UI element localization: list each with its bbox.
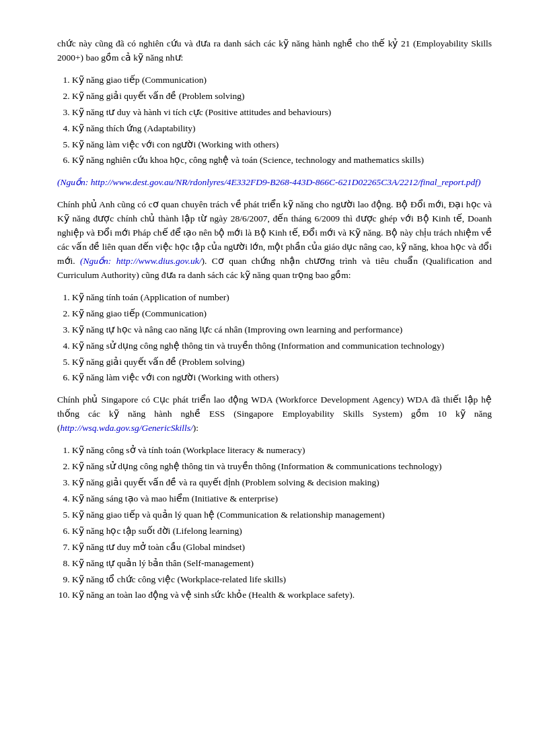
list-item: Kỹ năng an toàn lao động và vệ sinh sức … [72,588,492,603]
list-item: Kỹ năng giải quyết vấn đề và ra quyết đị… [72,476,492,490]
list-item: Kỹ năng sử dụng công nghệ thông tin và t… [72,460,492,474]
list-item: Kỹ năng công sở và tính toán (Workplace … [72,444,492,458]
intro-paragraph: chức này cũng đã có nghiên cứu và đưa ra… [57,37,492,65]
list-item: Kỹ năng học tập suốt đời (Lifelong learn… [72,524,492,539]
para-3: Chính phủ Singapore có Cục phát triển la… [57,393,492,436]
intro-text: chức này cũng đã có nghiên cứu và đưa ra… [57,38,492,63]
list-1: Kỹ năng giao tiếp (Communication) Kỹ năn… [72,73,492,168]
list-item: Kỹ năng tự quản lý bản thân (Self-manage… [72,557,492,571]
list-item: Kỹ năng sáng tạo và mao hiểm (Initiative… [72,492,492,506]
page-content: chức này cũng đã có nghiên cứu và đưa ra… [0,0,549,756]
list-item: Kỹ năng tổ chức công việc (Workplace-rel… [72,573,492,587]
source-1: (Nguồn: http://www.dest.gov.au/NR/rdonly… [57,176,492,190]
list-item: Kỹ năng giao tiếp (Communication) [72,307,492,321]
list-item: Kỹ năng giải quyết vấn đề (Problem solvi… [72,355,492,370]
source1-text: (Nguồn: http://www.dest.gov.au/NR/rdonly… [57,177,481,187]
list-item: Kỹ năng giao tiếp (Communication) [72,73,492,88]
list-item: Kỹ năng sử dụng công nghệ thông tin và t… [72,339,492,353]
list-item: Kỹ năng giao tiếp và quản lý quan hệ (Co… [72,508,492,522]
list-3: Kỹ năng công sở và tính toán (Workplace … [72,444,492,603]
source3-link: http://wsq.wda.gov.sg/GenericSkills/ [61,423,193,433]
list-item: Kỹ năng tính toán (Application of number… [72,291,492,305]
list-item: Kỹ năng làm việc với con người (Working … [72,371,492,385]
list-item: Kỹ năng tư duy mở toàn cầu (Global minds… [72,541,492,555]
list-item: Kỹ năng nghiên cứu khoa học, công nghệ v… [72,153,492,168]
list-item: Kỹ năng làm việc với con người (Working … [72,138,492,152]
source2-link: (Nguồn: http://www.dius.gov.uk/ [75,256,202,266]
list-2: Kỹ năng tính toán (Application of number… [72,291,492,386]
list-item: Kỹ năng tự học và nâng cao năng lực cá n… [72,323,492,337]
list-item: Kỹ năng tư duy và hành vi tích cực (Posi… [72,106,492,120]
para-2: Chính phủ Anh cũng có cơ quan chuyên trá… [57,198,492,283]
list-item: Kỹ năng thích ứng (Adaptability) [72,122,492,136]
list-item: Kỹ năng giải quyết vấn đề (Problem solvi… [72,90,492,104]
